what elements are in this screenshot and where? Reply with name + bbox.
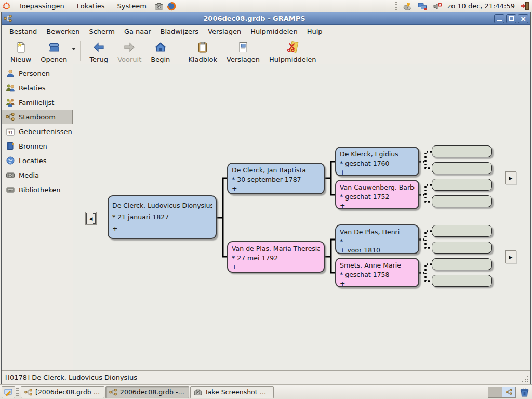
show-desktop-button[interactable] — [2, 386, 15, 398]
home-button[interactable]: Begin — [146, 39, 175, 65]
reports-button[interactable]: Verslagen — [222, 39, 264, 65]
system-menu-label: Systeem — [117, 2, 147, 10]
menu-scherm[interactable]: Scherm — [84, 25, 119, 37]
sidebar-item-relaties[interactable]: Relaties — [2, 81, 73, 95]
sidebar-label: Media — [19, 171, 39, 179]
person-box-grandfather-maternal[interactable]: Van De Plas, Henri * + voor 1810 — [335, 224, 419, 254]
back-button[interactable]: Terug — [85, 39, 113, 65]
view-sidebar: Personen Relaties Familielijst Stamboom … — [2, 64, 73, 370]
empty-slot-box — [432, 275, 492, 287]
status-text: [I0178] De Clerck, Ludovicus Dionysius — [5, 374, 137, 381]
update-notifier-icon[interactable] — [401, 0, 414, 12]
sidebar-item-locaties[interactable]: Locaties — [2, 153, 73, 168]
empty-slot-box — [432, 195, 492, 207]
empty-slot-box — [432, 225, 492, 237]
minimize-button[interactable] — [494, 14, 504, 23]
taskbar-task-screenshot[interactable]: Take Screenshot w... — [190, 386, 274, 398]
applications-menu[interactable]: Toepassingen — [12, 0, 71, 12]
taskbar-task-gramps-main[interactable]: 2006dec08.grdb - ... — [105, 386, 189, 398]
person-death: + — [340, 279, 415, 287]
sidebar-item-gebeurtenissen[interactable]: 31 Gebeurtenissen — [2, 124, 73, 139]
sidebar-item-stamboom[interactable]: Stamboom — [2, 110, 73, 124]
tools-button[interactable]: Hulpmiddelen — [264, 39, 321, 65]
empty-slot-box — [432, 162, 492, 174]
camera-icon — [194, 388, 202, 396]
panel-drag-handle[interactable] — [16, 388, 19, 397]
system-menu[interactable]: Systeem — [111, 0, 153, 12]
tools-button-label: Hulpmiddelen — [269, 56, 316, 63]
person-name: De Clerck, Ludovicus Dionysius — [112, 200, 212, 211]
pedigree-scroll-right-bottom-button[interactable]: ▶ — [505, 250, 516, 263]
two-people-icon — [6, 83, 15, 92]
maximize-button[interactable] — [506, 14, 516, 23]
person-box-root[interactable]: De Clerck, Ludovicus Dionysius * 21 janu… — [108, 195, 217, 239]
main-area: Personen Relaties Familielijst Stamboom … — [2, 64, 530, 370]
person-box-mother[interactable]: Van de Plas, Maria Theresia * 27 mei 179… — [227, 241, 325, 273]
person-name: Van de Plas, Maria Theresia — [232, 244, 320, 254]
places-menu[interactable]: Lokaties — [71, 0, 111, 12]
reports-button-label: Verslagen — [227, 56, 260, 63]
menu-hulp[interactable]: Hulp — [302, 25, 327, 37]
back-button-label: Terug — [89, 56, 108, 63]
sidebar-item-bibliotheken[interactable]: Bibliotheken — [2, 182, 73, 197]
firefox-launcher-icon[interactable] — [165, 0, 178, 12]
ubuntu-logo-icon[interactable] — [0, 0, 12, 12]
person-box-father[interactable]: De Clerck, Jan Baptista * 30 september 1… — [227, 163, 325, 194]
home-button-label: Begin — [151, 56, 170, 63]
sidebar-item-media[interactable]: Media — [2, 168, 73, 182]
person-box-grandmother-maternal[interactable]: Smets, Anne Marie * geschat 1758 + — [335, 258, 419, 287]
menu-bewerken[interactable]: Bewerken — [42, 25, 84, 37]
panel-drag-handle[interactable] — [395, 2, 397, 11]
window-titlebar[interactable]: 2006dec08.grdb - GRAMPS × — [2, 12, 530, 25]
menu-ga-naar[interactable]: Ga naar — [119, 25, 156, 37]
person-birth: * geschat 1752 — [340, 192, 415, 202]
resize-grip[interactable] — [522, 375, 529, 383]
person-name: Smets, Anne Marie — [340, 261, 415, 270]
open-dropdown-button[interactable] — [72, 39, 76, 50]
person-birth: * 30 september 1787 — [232, 175, 320, 184]
person-box-grandmother-paternal[interactable]: Van Cauwenberg, Barbe * geschat 1752 + — [335, 180, 419, 209]
new-button[interactable]: Nieuw — [6, 39, 36, 65]
report-document-icon — [237, 41, 249, 55]
scratchpad-button-label: Kladblok — [188, 56, 217, 63]
scissors-tools-icon — [286, 41, 299, 55]
menu-bladwijzers[interactable]: Bladwijzers — [156, 25, 204, 37]
menu-bestand[interactable]: Bestand — [5, 25, 42, 37]
empty-slot-box — [432, 145, 492, 157]
pedigree-canvas[interactable]: ◀ De Clerck, Ludovicus Dionysius * 21 ja… — [73, 64, 530, 370]
media-icon — [6, 170, 15, 180]
person-death: + — [112, 223, 212, 234]
menu-hulpmiddelen[interactable]: Hulpmiddelen — [246, 25, 302, 37]
person-death: + — [232, 184, 320, 193]
workspace-2-current[interactable] — [502, 387, 515, 397]
statusbar: [I0178] De Clerck, Ludovicus Dionysius — [2, 370, 530, 384]
panel-clock[interactable]: zo 10 dec, 21:44:59 — [446, 2, 516, 10]
taskbar-task-gramps-dialog[interactable]: [2006dec08.grdb -... — [21, 386, 104, 398]
workspace-1[interactable] — [488, 387, 502, 397]
screenshot-camera-icon[interactable] — [153, 0, 165, 12]
logout-icon[interactable] — [518, 0, 531, 12]
person-name: De Klerck, Egidius — [340, 150, 415, 159]
open-button[interactable]: Openen — [36, 39, 72, 65]
home-icon — [154, 41, 167, 55]
sidebar-item-bronnen[interactable]: Bronnen — [2, 139, 73, 153]
task-label: 2006dec08.grdb - ... — [120, 388, 185, 396]
trash-applet-button[interactable] — [518, 386, 530, 398]
network-monitor-icon[interactable] — [416, 0, 429, 12]
volume-muted-icon[interactable] — [431, 0, 444, 12]
sidebar-item-familielijst[interactable]: Familielijst — [2, 95, 73, 110]
forward-button[interactable]: Vooruit — [113, 39, 146, 65]
sidebar-item-personen[interactable]: Personen — [2, 66, 73, 81]
person-birth: * geschat 1758 — [340, 270, 415, 280]
places-menu-label: Lokaties — [77, 2, 105, 10]
person-birth: * 21 januari 1827 — [112, 211, 212, 223]
scratchpad-button[interactable]: Kladblok — [183, 39, 222, 65]
pedigree-scroll-right-top-button[interactable]: ▶ — [505, 171, 516, 184]
person-name: De Clerck, Jan Baptista — [232, 166, 320, 175]
menu-verslagen[interactable]: Verslagen — [203, 25, 246, 37]
family-group-icon — [6, 98, 15, 107]
close-button[interactable]: × — [518, 14, 528, 23]
clipboard-icon — [196, 41, 209, 55]
pedigree-scroll-left-button[interactable]: ◀ — [85, 212, 97, 225]
person-box-grandfather-paternal[interactable]: De Klerck, Egidius * geschat 1760 + — [335, 147, 419, 176]
